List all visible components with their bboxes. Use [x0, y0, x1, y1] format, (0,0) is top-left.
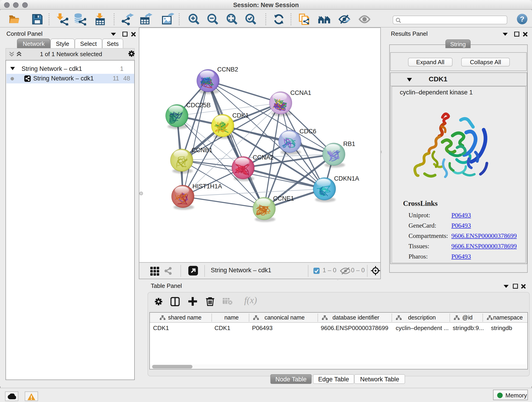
svg-text:CCNA2: CCNA2 — [253, 154, 274, 161]
svg-text:CCNB2: CCNB2 — [217, 66, 238, 73]
svg-text:CCNA1: CCNA1 — [290, 89, 311, 96]
svg-text:HIST1H1A: HIST1H1A — [192, 183, 222, 190]
svg-text:CCNB1: CCNB1 — [191, 147, 213, 153]
svg-text:?: ? — [520, 15, 525, 23]
svg-text:CDK1: CDK1 — [232, 112, 249, 119]
svg-text:CCNE1: CCNE1 — [273, 195, 294, 202]
svg-text:CDC25B: CDC25B — [186, 102, 211, 109]
svg-text:CDKN1A: CDKN1A — [334, 175, 359, 182]
svg-text:CDC6: CDC6 — [299, 128, 317, 135]
svg-text:RB1: RB1 — [343, 140, 355, 147]
